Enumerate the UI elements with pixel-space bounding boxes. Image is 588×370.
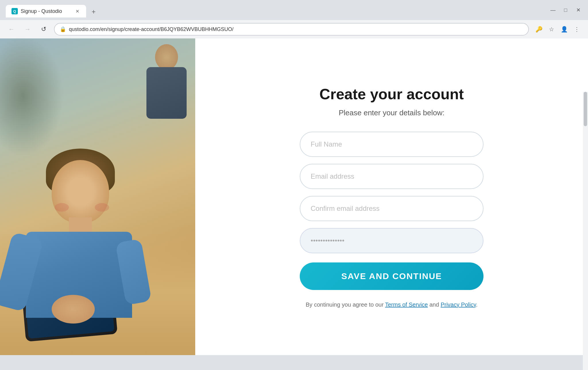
terms-text: By continuing you agree to our Terms of …	[300, 301, 483, 308]
form-panel: Create your account Please enter your de…	[195, 38, 588, 355]
privacy-policy-link[interactable]: Privacy Policy	[441, 301, 476, 308]
url-text: qustodio.com/en/signup/create-account/B6…	[69, 26, 523, 32]
url-bar[interactable]: 🔒 qustodio.com/en/signup/create-account/…	[54, 23, 529, 36]
account-icon[interactable]: 👤	[559, 24, 570, 35]
signup-form: SAVE AND CONTINUE By continuing you agre…	[300, 132, 483, 308]
terms-of-service-link[interactable]: Terms of Service	[385, 301, 428, 308]
menu-icon[interactable]: ⋮	[571, 24, 582, 35]
toolbar-icons: 🔑 ☆ 👤 ⋮	[533, 24, 582, 35]
tab-bar: Q Signup - Qustodio ✕ +	[6, 3, 546, 17]
forward-button[interactable]: →	[22, 24, 33, 35]
title-bar: Q Signup - Qustodio ✕ + — □ ✕	[0, 0, 588, 20]
back-button[interactable]: ←	[6, 24, 17, 35]
close-button[interactable]: ✕	[574, 6, 582, 14]
new-tab-button[interactable]: +	[88, 6, 99, 17]
page-content: Create your account Please enter your de…	[0, 38, 588, 355]
lock-icon: 🔒	[60, 26, 66, 32]
tab-title: Signup - Qustodio	[21, 8, 62, 14]
form-subtitle: Please enter your details below:	[339, 108, 445, 117]
save-and-continue-button[interactable]: SAVE AND CONTINUE	[300, 262, 483, 290]
email-confirm-input[interactable]	[300, 196, 483, 221]
reload-button[interactable]: ↺	[38, 24, 49, 35]
active-tab[interactable]: Q Signup - Qustodio ✕	[6, 5, 86, 17]
browser-chrome: Q Signup - Qustodio ✕ + — □ ✕ ← → ↺ 🔒 qu…	[0, 0, 588, 38]
email-input[interactable]	[300, 164, 483, 189]
page-title: Create your account	[320, 85, 464, 103]
star-icon[interactable]: ☆	[546, 24, 557, 35]
fullname-input[interactable]	[300, 132, 483, 157]
maximize-button[interactable]: □	[562, 6, 570, 14]
key-icon[interactable]: 🔑	[533, 24, 544, 35]
window-controls: — □ ✕	[549, 6, 582, 14]
tab-close-button[interactable]: ✕	[74, 8, 80, 14]
child-figure	[9, 137, 175, 332]
address-bar: ← → ↺ 🔒 qustodio.com/en/signup/create-ac…	[0, 20, 588, 38]
hero-image-panel	[0, 38, 195, 355]
minimize-button[interactable]: —	[549, 6, 557, 14]
scrollbar-thumb[interactable]	[584, 92, 587, 126]
photo-background	[0, 38, 195, 355]
adult-figure	[144, 38, 189, 119]
password-input[interactable]	[300, 228, 483, 253]
tab-favicon: Q	[11, 8, 18, 14]
scrollbar[interactable]	[583, 92, 588, 370]
